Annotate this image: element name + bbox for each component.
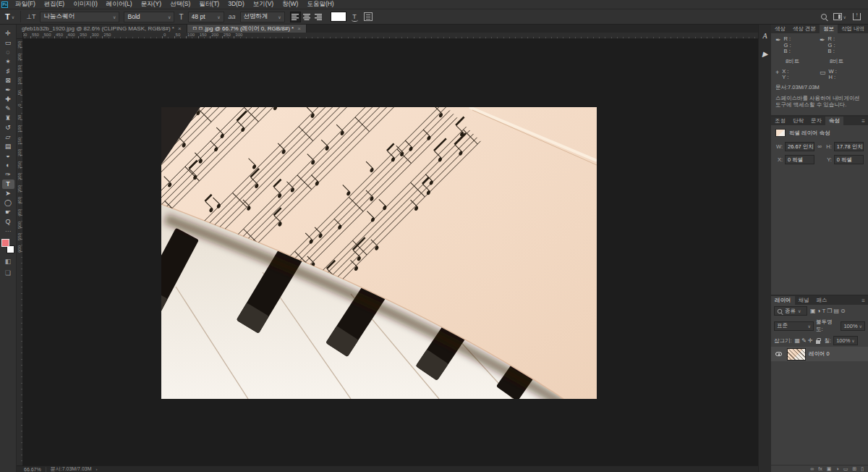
screen-mode-icon[interactable]: ❏ [5, 269, 11, 277]
lock-pixels-icon[interactable]: ✎ [801, 337, 807, 344]
menu-item[interactable]: 보기(V) [249, 0, 278, 9]
share-icon[interactable]: ↑ [853, 13, 861, 20]
panel-tab[interactable]: 속성 [825, 117, 843, 125]
document-size-readout[interactable]: 문서:7.03M/7.03M [51, 465, 92, 472]
shape-tool[interactable]: ◯ [2, 198, 14, 208]
filter-pin-icon[interactable]: ⊙ [840, 308, 846, 314]
layer-thumbnail[interactable] [787, 348, 806, 361]
ruler-corner[interactable] [17, 33, 23, 39]
panel-tab[interactable]: 색상 [771, 25, 789, 33]
zoom-level[interactable]: 66.67% [24, 467, 41, 472]
vertical-ruler[interactable]: 3002502001501005005010015020025030035040… [17, 39, 23, 465]
panel-tab[interactable]: 레이어 [771, 296, 795, 305]
blend-mode-select[interactable]: 표준 ∨ [774, 321, 814, 331]
height-field[interactable]: 17.78 인치 [834, 142, 864, 151]
frame-tool[interactable]: ⊠ [2, 76, 14, 85]
crop-tool[interactable]: ♯ [2, 67, 14, 76]
menu-item[interactable]: 필터(T) [195, 0, 224, 9]
lock-all-icon[interactable] [816, 340, 820, 344]
new-layer-icon[interactable]: ⊞ [852, 466, 856, 472]
bit-depth-label[interactable]: 8비트 [786, 58, 820, 65]
panel-tab[interactable]: 조정 [771, 117, 789, 125]
filter-adjustment-icon[interactable]: ◑ [817, 308, 822, 314]
opacity-select[interactable]: 100% ∨ [841, 321, 865, 331]
close-icon[interactable]: × [178, 25, 182, 32]
filter-type-icon[interactable]: T [821, 308, 826, 314]
align-left-button[interactable] [290, 12, 301, 22]
link-dimensions-icon[interactable]: ∞ [817, 143, 822, 150]
brush-tool[interactable]: ✎ [2, 104, 14, 114]
type-tool[interactable]: T [2, 180, 14, 189]
font-size-select[interactable]: 48 pt ∨ [188, 12, 224, 22]
lock-position-icon[interactable]: ✛ [807, 337, 814, 344]
lasso-tool[interactable]: ◌ [2, 48, 14, 57]
menu-item[interactable]: 파일(F) [11, 0, 40, 9]
new-group-icon[interactable]: ▭ [843, 466, 848, 472]
panel-tab[interactable]: 정보 [820, 25, 838, 33]
width-field[interactable]: 26.67 인치 [785, 142, 814, 151]
menu-item[interactable]: 레이어(L) [102, 0, 137, 9]
menu-item[interactable]: 3D(D) [224, 0, 249, 9]
foreground-color-well[interactable] [1, 239, 9, 247]
panel-menu-icon[interactable]: ≡ [859, 117, 868, 125]
filter-pixel-icon[interactable]: ▣ [809, 308, 817, 314]
pen-tool[interactable]: ✑ [2, 170, 14, 180]
document-tab[interactable]: gfeb1b32b_1920.jpg @ 82.6% (CLIPING MASK… [17, 25, 187, 33]
text-color-swatch[interactable] [331, 12, 346, 22]
workspace-switcher[interactable]: ∨ [833, 13, 846, 20]
align-center-button[interactable] [302, 12, 312, 22]
layer-row[interactable]: 레이어 0 [771, 347, 868, 361]
blur-tool[interactable]: ◒ [2, 151, 14, 161]
layer-style-icon[interactable]: fx [818, 466, 822, 471]
menu-item[interactable]: 도움말(H) [302, 0, 338, 9]
panel-tab[interactable]: 패스 [813, 296, 831, 305]
gradient-tool[interactable]: ▤ [2, 142, 14, 151]
eyedropper-tool[interactable]: ✒ [2, 85, 14, 95]
horizontal-ruler[interactable]: 6005505004504003503002500501001502002503… [23, 33, 758, 39]
quick-selection-tool[interactable]: ✶ [2, 57, 14, 67]
layer-filter-kind-select[interactable]: 종류 ∨ [774, 306, 807, 316]
anti-alias-select[interactable]: 선명하게 ∨ [240, 12, 285, 22]
panel-tab[interactable]: 문자 [807, 117, 825, 125]
quick-mask-icon[interactable]: ◧ [5, 258, 12, 265]
warp-text-icon[interactable]: T [350, 13, 359, 20]
character-panel-icon[interactable]: A [760, 30, 770, 41]
font-family-select[interactable]: 나눔스퀘어 ∨ [40, 12, 119, 22]
menu-item[interactable]: 편집(E) [40, 0, 69, 9]
add-layer-mask-icon[interactable]: ▣ [827, 466, 832, 472]
zoom-tool[interactable]: Q [2, 217, 14, 227]
actions-panel-icon[interactable]: ▶ [760, 49, 770, 59]
menu-item[interactable]: 문자(Y) [137, 0, 166, 9]
edit-toolbar-icon[interactable]: ⋯ [5, 228, 11, 235]
dodge-tool[interactable]: ◐ [2, 161, 14, 170]
panel-tab[interactable]: 채널 [795, 296, 813, 305]
menu-item[interactable]: 이미지(I) [69, 0, 102, 9]
filter-shape-icon[interactable]: ❒ [826, 308, 833, 314]
lock-transparency-icon[interactable]: ▦ [794, 337, 801, 344]
history-brush-tool[interactable]: ↺ [2, 123, 14, 132]
canvas-viewport[interactable] [23, 39, 758, 465]
path-selection-tool[interactable]: ➤ [2, 189, 14, 198]
menu-item[interactable]: 선택(S) [166, 0, 195, 9]
new-adjustment-layer-icon[interactable]: ◑ [835, 466, 838, 471]
align-right-button[interactable] [313, 12, 324, 22]
bit-depth-label[interactable]: 8비트 [830, 58, 864, 65]
panel-tab[interactable]: 작업 내역 [838, 25, 868, 33]
menu-item[interactable]: 창(W) [278, 0, 302, 9]
delete-layer-icon[interactable]: ▯ [861, 466, 864, 472]
move-tool[interactable]: ✛ [2, 29, 14, 38]
chevron-right-icon[interactable]: › [96, 467, 98, 471]
healing-brush-tool[interactable]: ✚ [2, 95, 14, 104]
filter-smart-object-icon[interactable]: ▤ [833, 308, 840, 314]
fill-select[interactable]: 100% ∨ [833, 336, 858, 345]
toggle-panels-icon[interactable] [364, 12, 373, 21]
font-style-select[interactable]: Bold ∨ [124, 12, 174, 22]
marquee-tool[interactable]: ▭ [2, 38, 14, 48]
search-icon[interactable] [821, 14, 827, 20]
document-tab[interactable]: ㅁㅁ.jpg @ 66.7% (레이어 0, RGB/8#) * × [187, 25, 307, 33]
tool-preset-picker[interactable]: T ∨ [2, 12, 17, 21]
y-field[interactable]: 0 픽셀 [834, 155, 864, 164]
panel-menu-icon[interactable]: ≡ [859, 296, 868, 305]
panel-tab[interactable]: 색상 견본 [789, 25, 820, 33]
hand-tool[interactable]: ☛ [2, 208, 14, 217]
